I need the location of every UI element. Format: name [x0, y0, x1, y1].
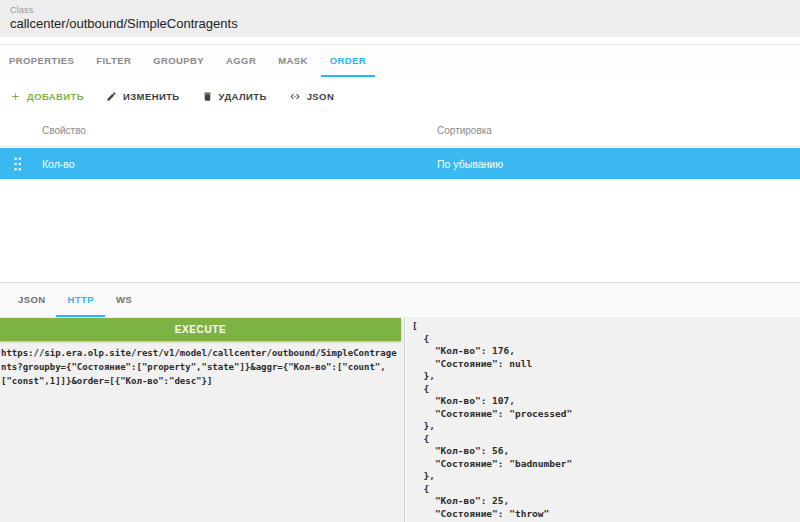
delete-button[interactable]: УДАЛИТЬ — [202, 91, 267, 102]
tab-order[interactable]: ORDER — [321, 45, 375, 77]
add-button[interactable]: ДОБАВИТЬ — [10, 91, 84, 102]
pencil-icon — [106, 91, 117, 102]
class-field-label: Class — [10, 5, 34, 15]
request-panel: EXECUTE https://sip.era.olp.site/rest/v1… — [0, 317, 405, 522]
response-panel: [ { "Кол-во": 176, "Состояние": null }, … — [406, 317, 800, 522]
trash-icon — [202, 91, 213, 102]
plus-icon — [10, 91, 21, 102]
console-tab-json[interactable]: JSON — [7, 283, 56, 317]
add-button-label: ДОБАВИТЬ — [27, 91, 84, 102]
order-table-header: Свойство Сортировка — [0, 115, 800, 147]
console-panels: EXECUTE https://sip.era.olp.site/rest/v1… — [0, 317, 800, 522]
request-url-text: https://sip.era.olp.site/rest/v1/model/c… — [1, 346, 401, 388]
code-icon — [289, 91, 301, 102]
tab-aggr[interactable]: AGGR — [217, 45, 265, 77]
edit-button-label: ИЗМЕНИТЬ — [123, 91, 180, 102]
edit-button[interactable]: ИЗМЕНИТЬ — [106, 91, 180, 102]
json-view-button[interactable]: JSON — [289, 91, 334, 102]
column-header-sorting: Сортировка — [437, 125, 492, 136]
execute-button[interactable]: EXECUTE — [0, 318, 401, 341]
order-toolbar: ДОБАВИТЬ ИЗМЕНИТЬ УДАЛИТЬ JSON — [0, 84, 356, 108]
class-field-block: Class — [0, 0, 800, 37]
row-sorting-value: По убыванию — [437, 158, 503, 170]
delete-button-label: УДАЛИТЬ — [219, 91, 267, 102]
drag-handle-icon[interactable] — [13, 156, 22, 171]
table-row-selected[interactable]: Кол-во По убыванию — [0, 148, 800, 179]
json-view-button-label: JSON — [307, 91, 334, 102]
main-tabbar: PROPERTIES FILTER GROUPBY AGGR MASK ORDE… — [0, 44, 800, 77]
row-property-value: Кол-во — [42, 158, 75, 170]
tab-mask[interactable]: MASK — [269, 45, 317, 77]
app-window: Class PROPERTIES FILTER GROUPBY AGGR MAS… — [0, 0, 800, 522]
tab-properties[interactable]: PROPERTIES — [0, 45, 83, 77]
console-tabbar: JSON HTTP WS — [0, 282, 800, 317]
console-tab-http[interactable]: HTTP — [56, 283, 104, 317]
console-tab-ws[interactable]: WS — [105, 283, 143, 317]
column-header-property: Свойство — [42, 125, 86, 136]
tab-groupby[interactable]: GROUPBY — [144, 45, 213, 77]
class-input[interactable] — [10, 16, 780, 31]
tab-filter[interactable]: FILTER — [87, 45, 140, 77]
response-json-text: [ { "Кол-во": 176, "Состояние": null }, … — [406, 317, 800, 522]
